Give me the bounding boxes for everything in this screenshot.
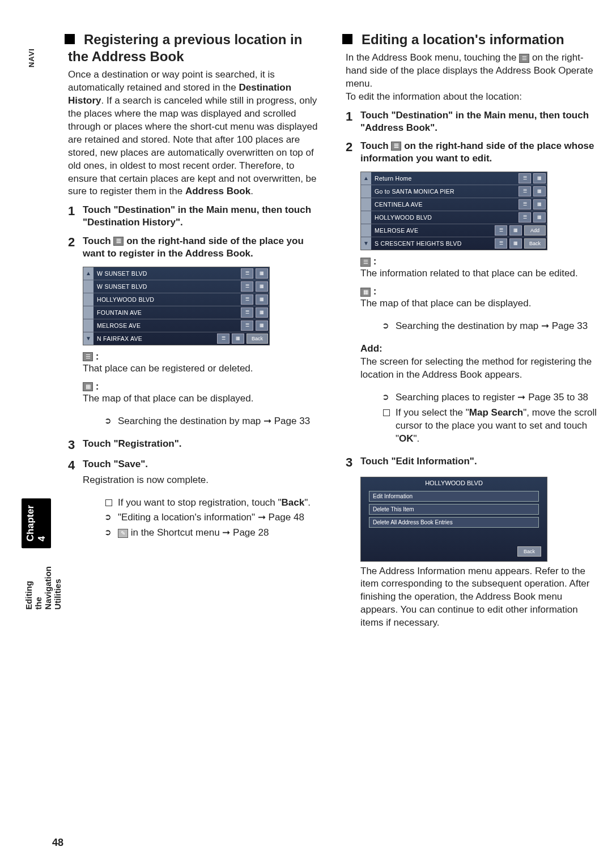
edit-information-option[interactable]: Edit Information xyxy=(369,491,539,502)
step-number: 4 xyxy=(68,458,83,473)
map-icon[interactable]: ▦ xyxy=(509,238,522,249)
icon-explain-map: ▦ : xyxy=(83,381,323,392)
right-intro: In the Address Book menu, touching the ☰… xyxy=(346,52,601,104)
icon2-text: The map of that place can be displayed. xyxy=(83,392,323,405)
navi-tab: NAVI xyxy=(27,48,36,67)
right-step1: Touch "Destination" in the Main menu, th… xyxy=(360,109,601,134)
map-icon: ▦ xyxy=(360,288,371,297)
scroll-down-icon[interactable]: ▼ xyxy=(83,332,94,345)
left-heading: Registering a previous location in the A… xyxy=(68,31,323,65)
icon-explain-map: ▦ : xyxy=(360,286,601,297)
list-item[interactable]: W SUNSET BLVD xyxy=(94,281,240,292)
cross-ref: ✎ in the Shortcut menu ➞ Page 28 xyxy=(105,527,323,540)
left-step3: Touch "Registration". xyxy=(83,438,181,452)
map-icon[interactable]: ▦ xyxy=(256,307,268,318)
chapter-tab: Chapter 4 xyxy=(22,498,51,548)
list-icon[interactable]: ☰ xyxy=(241,281,253,292)
step-number: 3 xyxy=(346,455,360,470)
left-intro: Once a destination or way point is searc… xyxy=(68,69,323,198)
list-item[interactable]: HOLLYWOOD BLVD xyxy=(94,294,240,305)
list-icon[interactable]: ☰ xyxy=(518,212,531,223)
operate-menu-screenshot: HOLLYWOOD BLVD Edit Information Delete T… xyxy=(360,477,547,562)
add-text: The screen for selecting the method for … xyxy=(360,356,601,382)
cross-ref: Searching places to register ➞ Page 35 t… xyxy=(383,391,601,404)
map-icon[interactable]: ▦ xyxy=(533,212,546,223)
register-icon: ✎ xyxy=(118,529,128,538)
list-item[interactable]: W SUNSET BLVD xyxy=(94,268,240,279)
delete-this-item-option[interactable]: Delete This Item xyxy=(369,504,539,515)
map-icon[interactable]: ▦ xyxy=(256,268,268,279)
list-item[interactable]: Return Home xyxy=(371,173,517,184)
address-book-screenshot: ▲ Return Home ☰▦ Go to SANTA MONICA PIER… xyxy=(360,172,547,250)
scroll-down-icon[interactable]: ▼ xyxy=(361,237,371,250)
add-button[interactable]: Add xyxy=(524,225,546,236)
left-step4: Touch "Save". xyxy=(83,458,148,473)
list-icon[interactable]: ☰ xyxy=(241,268,253,279)
icon1-text: That place can be registered or deleted. xyxy=(83,362,323,375)
section-tab: Editing the Navigation Utilities xyxy=(24,566,62,610)
list-icon[interactable]: ☰ xyxy=(241,307,253,318)
list-icon: ☰ xyxy=(113,237,124,246)
map-icon[interactable]: ▦ xyxy=(232,333,244,344)
step-number: 1 xyxy=(346,109,360,134)
map-icon[interactable]: ▦ xyxy=(256,320,268,331)
map-icon[interactable]: ▦ xyxy=(533,173,546,183)
list-item[interactable]: MELROSE AVE xyxy=(94,320,240,331)
step-number: 3 xyxy=(68,438,83,452)
back-button[interactable]: Back xyxy=(246,333,268,344)
list-icon[interactable]: ☰ xyxy=(518,186,531,196)
list-item[interactable]: FOUNTAIN AVE xyxy=(94,307,240,318)
back-button[interactable]: Back xyxy=(524,238,546,249)
after-text: The Address Information menu appears. Re… xyxy=(360,565,601,630)
step-number: 2 xyxy=(68,235,83,260)
list-icon[interactable]: ☰ xyxy=(518,199,531,209)
cross-ref: Searching the destination by map ➞ Page … xyxy=(383,320,601,333)
scroll-up-icon[interactable]: ▲ xyxy=(361,172,371,185)
map-icon: ▦ xyxy=(83,382,93,391)
icon-explain-list: ☰ : xyxy=(83,351,323,362)
map-icon[interactable]: ▦ xyxy=(256,281,268,292)
list-icon[interactable]: ☰ xyxy=(241,320,253,331)
shot2-title: HOLLYWOOD BLVD xyxy=(361,477,547,489)
step-number: 2 xyxy=(346,140,360,165)
right-heading: Editing a location's information xyxy=(346,31,601,48)
left-step1: Touch "Destination" in the Main menu, th… xyxy=(83,204,323,229)
list-item[interactable]: Go to SANTA MONICA PIER xyxy=(371,186,517,197)
scroll-up-icon[interactable]: ▲ xyxy=(83,267,94,280)
map-icon[interactable]: ▦ xyxy=(533,186,546,196)
right-icon2-text: The map of that place can be displayed. xyxy=(360,297,601,310)
list-icon[interactable]: ☰ xyxy=(241,294,253,305)
list-icon[interactable]: ☰ xyxy=(217,333,230,344)
map-icon[interactable]: ▦ xyxy=(509,225,522,236)
list-icon[interactable]: ☰ xyxy=(495,225,507,236)
map-icon[interactable]: ▦ xyxy=(256,294,268,305)
list-item[interactable]: S CRESCENT HEIGHTS BLVD xyxy=(371,238,494,249)
page-number: 48 xyxy=(52,837,63,849)
map-icon[interactable]: ▦ xyxy=(533,199,546,209)
delete-all-option[interactable]: Delete All Address Book Entries xyxy=(369,517,539,528)
list-icon: ☰ xyxy=(360,258,371,267)
cross-ref: Searching the destination by map ➞ Page … xyxy=(105,415,323,428)
cross-ref: "Editing a location's information" ➞ Pag… xyxy=(105,511,323,524)
list-icon[interactable]: ☰ xyxy=(518,173,531,183)
add-label: Add: xyxy=(360,343,601,356)
list-item[interactable]: CENTINELA AVE xyxy=(371,199,517,210)
step-number: 1 xyxy=(68,204,83,229)
list-icon: ☰ xyxy=(391,142,401,151)
list-icon: ☰ xyxy=(519,54,529,63)
right-step2: Touch ☰ on the right-hand side of the pl… xyxy=(360,140,601,165)
step4-sub: Registration is now complete. xyxy=(83,474,323,487)
back-button[interactable]: Back xyxy=(517,546,541,557)
left-step2: Touch ☰ on the right-hand side of the pl… xyxy=(83,235,323,260)
list-item[interactable]: HOLLYWOOD BLVD xyxy=(371,212,517,223)
right-step3: Touch "Edit Information". xyxy=(360,455,477,470)
list-item[interactable]: MELROSE AVE xyxy=(371,225,494,236)
note-item: If you want to stop registration, touch … xyxy=(105,497,323,510)
right-icon1-text: The information related to that place ca… xyxy=(360,267,601,280)
list-icon: ☰ xyxy=(83,352,93,361)
destination-history-screenshot: ▲ W SUNSET BLVD ☰▦ W SUNSET BLVD ☰▦ HOLL… xyxy=(83,267,270,345)
list-item[interactable]: N FAIRFAX AVE xyxy=(94,333,216,344)
list-icon[interactable]: ☰ xyxy=(495,238,507,249)
icon-explain-list: ☰ : xyxy=(360,256,601,267)
note-item: If you select the "Map Search", move the… xyxy=(383,407,601,446)
